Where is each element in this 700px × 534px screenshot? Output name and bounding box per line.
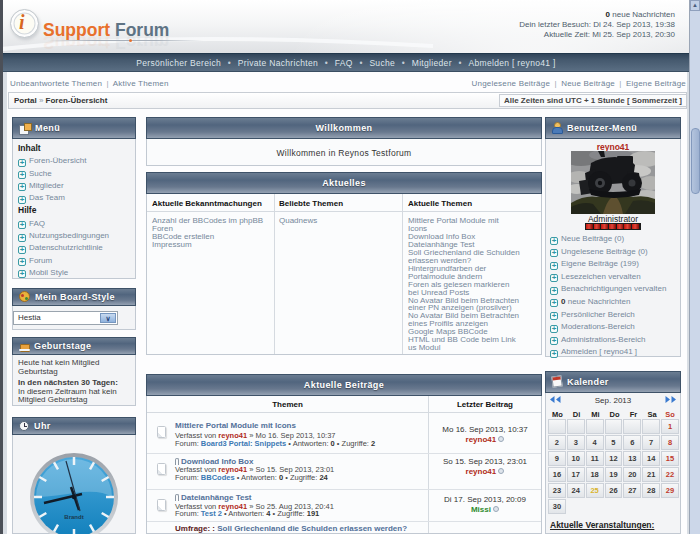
svg-text:Brandt: Brandt [64, 514, 83, 520]
